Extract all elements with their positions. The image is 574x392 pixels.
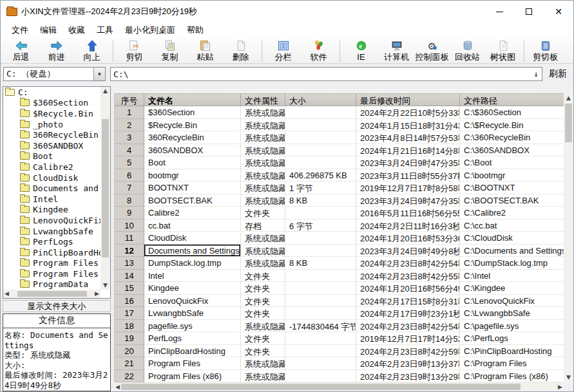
table-hscroll-thumb[interactable] <box>121 384 521 390</box>
tree-vscroll-thumb[interactable] <box>102 119 109 257</box>
column-header-path[interactable]: 文件路径 <box>460 93 564 106</box>
tree-item-root[interactable]: C: <box>3 87 100 98</box>
toolbar-button-recycle-bin[interactable]: 回收站 <box>450 39 485 63</box>
table-row[interactable]: 3360RecycleBin系统或隐藏2023年4月8日14时57分53秒C:\… <box>115 131 564 144</box>
scroll-left-icon[interactable]: ◀ <box>3 290 10 298</box>
scroll-down-icon[interactable]: ▼ <box>565 373 572 382</box>
table-row[interactable]: 4360SANDBOX系统或隐藏2024年1月21日16时14分8秒C:\360… <box>115 144 564 157</box>
toolbar-button-clipboard[interactable]: 剪切板 <box>528 39 563 63</box>
scroll-left-icon[interactable]: ◀ <box>114 383 121 391</box>
toolbar-button-software[interactable]: 软件 <box>301 39 336 63</box>
tree-item[interactable]: LenovoQuickFix <box>3 215 100 226</box>
table-row[interactable]: 21Program Files系统或隐藏2024年2月23日9时13分37秒C:… <box>115 357 564 370</box>
toolbar-button-control-panel[interactable]: ⚙控制面板 <box>414 39 450 63</box>
table-row[interactable]: 6bootmgr系统或隐藏406.296875 KB2023年3月11日8时55… <box>115 169 564 182</box>
menu-item-3[interactable]: 工具 <box>91 23 119 38</box>
table-row[interactable]: 1$360Section系统或隐藏2024年2月22日10时5分33秒C:\$3… <box>115 106 564 119</box>
table-row[interactable]: 15Kingdee文件夹2024年1月20日16时56分49秒C:\Kingde… <box>115 282 564 295</box>
minimize-icon <box>496 12 503 12</box>
toolbar-button-computer[interactable]: 计算机 <box>379 39 414 63</box>
toolbar-button-ie[interactable]: eIE <box>343 39 379 63</box>
toolbar-button-delete[interactable]: 删除 <box>223 39 258 63</box>
tree-item[interactable]: Intel <box>3 194 100 205</box>
toolbar-button-cut[interactable]: ✂剪切 <box>117 39 152 63</box>
menu-item-2[interactable]: 收藏 <box>62 23 91 38</box>
column-header-date[interactable]: 最后修改时间 <box>356 93 460 106</box>
drive-dropdown-button[interactable]: ▼ <box>93 68 105 80</box>
column-header-attr[interactable]: 文件属性 <box>241 93 285 106</box>
cell-date: 2023年3月24日9时47分35秒 <box>356 194 460 207</box>
tree-item[interactable]: 360RecycleBin <box>3 129 100 140</box>
table-row[interactable]: 19PerfLogs文件夹2019年12月7日17时14分52秒C:\PerfL… <box>115 332 564 345</box>
close-button[interactable]: ✕ <box>544 1 573 23</box>
tree-item[interactable]: Calibre2 <box>3 162 100 173</box>
scroll-right-icon[interactable]: ▶ <box>557 383 564 391</box>
table-row[interactable]: 18pagefile.sys系统或隐藏-1744830464 字节2024年2月… <box>115 320 564 333</box>
tree-item[interactable]: PinClipBoardHosti <box>3 247 100 258</box>
table-row[interactable]: 2$Recycle.Bin系统或隐藏2024年1月15日18时31分43秒C:\… <box>115 119 564 132</box>
show-folder-size-button[interactable]: 显示文件夹大小 <box>3 300 111 312</box>
scroll-down-icon[interactable]: ▼ <box>102 281 109 290</box>
table-row[interactable]: 10cc.bat存档6 字节2024年2月2日11时16分3秒C:\cc.bat <box>115 219 564 232</box>
scroll-up-icon[interactable]: ▲ <box>102 87 109 95</box>
tree-item[interactable]: CloudDisk <box>3 173 100 183</box>
tree-vertical-scrollbar[interactable]: ▲ ▼ <box>100 87 110 290</box>
toolbar-button-up[interactable]: 向上 <box>74 39 110 63</box>
table-row[interactable]: 7BOOTNXT系统或隐藏1 字节2019年12月7日17时8分58秒C:\BO… <box>115 182 564 194</box>
toolbar-button-tree-view[interactable]: 树状图 <box>485 39 521 63</box>
toolbar-button-back[interactable]: 后退 <box>3 39 39 63</box>
table-row[interactable]: 5Boot系统或隐藏2023年3月24日9时47分35秒C:\Boot <box>115 156 564 169</box>
minimize-button[interactable] <box>484 1 514 23</box>
cell-num: 4 <box>115 144 144 157</box>
table-row[interactable]: 9Calibre2文件夹2016年5月11日16时56分55秒C:\Calibr… <box>115 207 564 219</box>
column-header-name[interactable]: 文件名 <box>144 93 241 106</box>
table-row[interactable]: 20PinClipBoardHosting文件夹2024年2月23日8时42分5… <box>115 345 564 358</box>
toolbar-button-columns[interactable]: 分栏 <box>265 39 301 63</box>
maximize-button[interactable] <box>514 1 544 23</box>
cell-path: C:\$360Section <box>460 106 564 119</box>
drive-selector[interactable]: C: （硬盘） ▼ <box>3 67 106 81</box>
toolbar-button-copy[interactable]: 复制 <box>152 39 187 63</box>
toolbar-button-paste[interactable]: 粘贴 <box>187 39 223 63</box>
path-input[interactable]: C:\ ↓ <box>110 67 542 81</box>
table-row[interactable]: 14Intel文件夹2024年2月23日8时42分55秒C:\Intel <box>115 270 564 283</box>
tree-item[interactable]: _photo <box>3 119 100 130</box>
path-history-button[interactable]: ↓ <box>530 70 542 79</box>
tree-hscroll-thumb[interactable] <box>17 291 87 297</box>
table-row[interactable]: 12Documents and Settings系统或隐藏2023年3月24日9… <box>115 245 564 257</box>
tree-item[interactable]: Documents and Set <box>3 183 100 194</box>
tree-item[interactable]: ProgramData <box>3 279 100 290</box>
table-row[interactable]: 13DumpStack.log.tmp系统或隐藏8 KB2024年2月23日8时… <box>115 257 564 270</box>
scroll-up-icon[interactable]: ▲ <box>565 93 572 102</box>
table-row[interactable]: 8BOOTSECT.BAK系统或隐藏8 KB2023年3月24日9时47分35秒… <box>115 194 564 207</box>
tree-item-label: Kingdee <box>33 205 68 214</box>
tree-item[interactable]: LvwangbbSafe <box>3 226 100 237</box>
scroll-right-icon[interactable]: ▶ <box>93 290 100 298</box>
folder-icon <box>20 196 30 203</box>
table-row[interactable]: 16LenovoQuickFix文件夹2024年2月17日15时8分31秒C:\… <box>115 295 564 308</box>
table-vertical-scrollbar[interactable]: ▲ ▼ <box>564 93 573 382</box>
menu-item-5[interactable]: 帮助 <box>181 23 209 38</box>
menu-item-1[interactable]: 编辑 <box>34 23 62 38</box>
menu-item-0[interactable]: 文件 <box>6 23 34 38</box>
tree-item[interactable]: Kingdee <box>3 205 100 216</box>
tree-item[interactable]: Program Files (x8 <box>3 268 100 279</box>
tree-item[interactable]: PerfLogs <box>3 236 100 247</box>
menu-item-4[interactable]: 最小化到桌面 <box>119 23 181 38</box>
table-row[interactable]: 17LvwangbbSafe文件夹2024年2月17日9时23分1秒C:\Lvw… <box>115 307 564 320</box>
table-row[interactable]: 11CloudDisk系统或隐藏2024年1月20日16时53分36秒C:\Cl… <box>115 232 564 245</box>
toolbar-button-forward[interactable]: 前进 <box>39 39 74 63</box>
column-header-num[interactable]: 序号 <box>115 93 144 106</box>
tree-item[interactable]: Program Files <box>3 258 100 269</box>
column-header-size[interactable]: 大小 <box>285 93 356 106</box>
tree-item[interactable]: $360Section <box>3 98 100 109</box>
table-vscroll-thumb[interactable] <box>565 104 572 142</box>
tree-item[interactable]: 360SANDBOX <box>3 140 100 151</box>
tree-item[interactable]: $Recycle.Bin <box>3 108 100 119</box>
tree-horizontal-scrollbar[interactable]: ◀ ▶ <box>3 290 100 298</box>
table-row[interactable]: 22Program Files (x86)系统或隐藏2024年2月23日9时13… <box>115 370 564 383</box>
table-horizontal-scrollbar[interactable]: ◀ ▶ <box>114 382 564 391</box>
file-info-title: 文件信息 <box>3 314 110 328</box>
tree-item[interactable]: Boot <box>3 151 100 162</box>
refresh-button[interactable]: 刷新 <box>545 66 571 82</box>
